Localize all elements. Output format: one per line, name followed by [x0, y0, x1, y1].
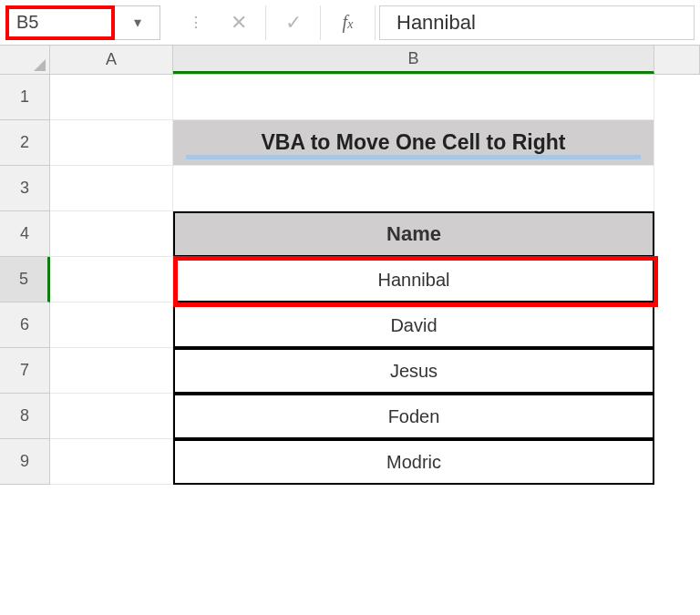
title-underline [186, 155, 641, 159]
cell-b8[interactable]: Foden [173, 394, 654, 439]
cell-value: Foden [388, 406, 440, 427]
cells-area: VBA to Move One Cell to Right Name Hanni… [50, 75, 700, 485]
cell-a7[interactable] [50, 348, 173, 394]
cell-b3[interactable] [173, 166, 654, 211]
cell-value: Modric [386, 452, 441, 473]
row-header-2[interactable]: 2 [0, 120, 50, 166]
column-header-b[interactable]: B [173, 46, 654, 74]
row-header-9[interactable]: 9 [0, 439, 50, 485]
cell-b6[interactable]: David [173, 302, 654, 348]
cell-a2[interactable] [50, 120, 173, 166]
table-row: VBA to Move One Cell to Right [50, 120, 700, 166]
cell-b9[interactable]: Modric [173, 439, 654, 485]
spreadsheet-grid: 1 2 3 4 5 6 7 8 9 VBA to Move One Cell t… [0, 75, 700, 485]
divider-icon: ⋮ [180, 5, 211, 40]
cell-a5[interactable] [50, 257, 173, 302]
row-header-5[interactable]: 5 [0, 257, 50, 302]
select-all-button[interactable] [0, 46, 50, 74]
cell-a4[interactable] [50, 211, 173, 257]
cell-b4-header[interactable]: Name [173, 211, 654, 257]
column-headers: A B [0, 46, 700, 75]
name-box-dropdown[interactable]: ▾ [115, 5, 160, 40]
name-box-value: B5 [16, 12, 38, 33]
row-header-8[interactable]: 8 [0, 394, 50, 439]
table-row: David [50, 302, 700, 348]
cell-b1[interactable] [173, 75, 654, 120]
cell-a6[interactable] [50, 302, 173, 348]
row-headers: 1 2 3 4 5 6 7 8 9 [0, 75, 50, 485]
confirm-button[interactable]: ✓ [266, 5, 321, 40]
table-row [50, 166, 700, 211]
column-header-a[interactable]: A [50, 46, 173, 74]
name-box[interactable]: B5 [5, 5, 115, 40]
close-icon: ✕ [231, 11, 247, 35]
row-header-6[interactable]: 6 [0, 302, 50, 348]
fx-icon: fx [343, 12, 354, 33]
cancel-button[interactable]: ✕ [211, 5, 266, 40]
formula-input[interactable]: Hannibal [379, 5, 695, 40]
sheet-title: VBA to Move One Cell to Right [262, 130, 566, 155]
cell-a1[interactable] [50, 75, 173, 120]
table-row: Name [50, 211, 700, 257]
cell-b7[interactable]: Jesus [173, 348, 654, 394]
row-header-3[interactable]: 3 [0, 166, 50, 211]
cell-a8[interactable] [50, 394, 173, 439]
table-row [50, 75, 700, 120]
table-row: Jesus [50, 348, 700, 394]
cell-b2-title[interactable]: VBA to Move One Cell to Right [173, 120, 654, 166]
cell-value: Hannibal [378, 270, 450, 291]
formula-bar: B5 ▾ ⋮ ✕ ✓ fx Hannibal [0, 0, 700, 46]
table-row: Hannibal [50, 257, 700, 302]
cell-b5[interactable]: Hannibal [173, 257, 654, 302]
check-icon: ✓ [285, 11, 302, 35]
table-row: Modric [50, 439, 700, 485]
column-header-rest[interactable] [654, 46, 700, 74]
cell-a9[interactable] [50, 439, 173, 485]
chevron-down-icon: ▾ [134, 14, 141, 31]
table-header-label: Name [386, 222, 441, 246]
cell-value: Jesus [390, 361, 438, 382]
cell-value: David [390, 315, 437, 336]
row-header-7[interactable]: 7 [0, 348, 50, 394]
insert-function-button[interactable]: fx [321, 5, 376, 40]
table-row: Foden [50, 394, 700, 439]
formula-value: Hannibal [396, 11, 476, 35]
row-header-4[interactable]: 4 [0, 211, 50, 257]
row-header-1[interactable]: 1 [0, 75, 50, 120]
cell-a3[interactable] [50, 166, 173, 211]
